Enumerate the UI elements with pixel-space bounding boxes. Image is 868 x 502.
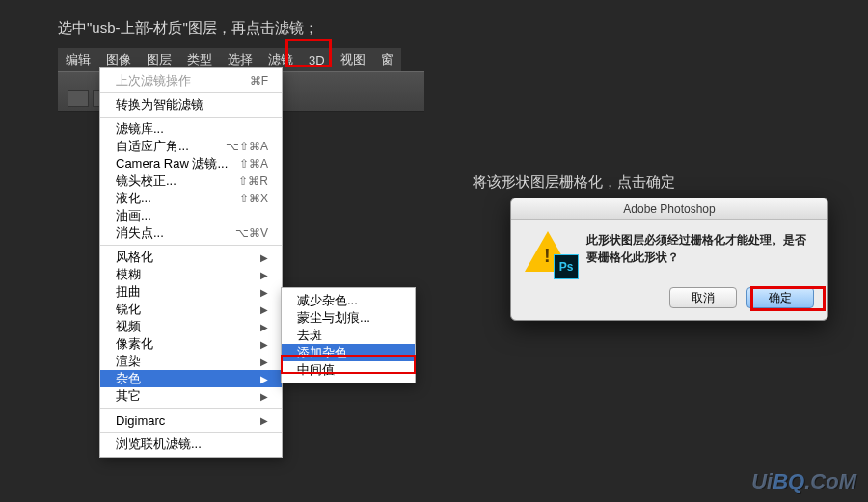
filter-browse-online[interactable]: 浏览联机滤镜... [100,436,282,453]
chevron-right-icon: ▶ [260,357,268,367]
filter-noise[interactable]: 杂色▶ [100,370,282,387]
toolbar-icon[interactable] [68,90,89,107]
filter-blur[interactable]: 模糊▶ [100,266,282,283]
chevron-right-icon: ▶ [260,391,268,402]
noise-despeckle[interactable]: 去斑 [282,327,415,344]
noise-reduce[interactable]: 减少杂色... [282,292,415,309]
filter-adaptive-wide-angle[interactable]: 自适应广角...⌥⇧⌘A [100,138,282,155]
chevron-right-icon: ▶ [260,374,268,384]
filter-render[interactable]: 渲染▶ [100,353,282,370]
chevron-right-icon: ▶ [260,339,268,350]
menu-layer[interactable]: 图层 [139,51,179,68]
separator [100,432,282,433]
photoshop-badge-icon: Ps [554,254,579,279]
filter-other[interactable]: 其它▶ [100,387,282,405]
cancel-button[interactable]: 取消 [669,287,737,308]
instruction-step1: 选中"usb-上部-材质"图层，再点击滤镜； [58,19,318,38]
separator [100,245,282,246]
menu-view[interactable]: 视图 [333,51,373,68]
separator [100,408,282,409]
filter-distort[interactable]: 扭曲▶ [100,283,282,301]
highlight-filter-menu [285,39,332,67]
filter-lens-correction[interactable]: 镜头校正...⇧⌘R [100,172,282,190]
menu-edit[interactable]: 编辑 [58,51,98,68]
filter-digimarc[interactable]: Digimarc▶ [100,411,282,429]
filter-stylize[interactable]: 风格化▶ [100,249,282,266]
filter-sharpen[interactable]: 锐化▶ [100,301,282,318]
filter-pixelate[interactable]: 像素化▶ [100,335,282,353]
watermark: UiBQ.CoM [751,469,856,494]
menu-select[interactable]: 选择 [220,51,260,68]
separator [100,117,282,118]
filter-camera-raw[interactable]: Camera Raw 滤镜...⇧⌘A [100,155,282,172]
filter-last-operation: 上次滤镜操作⌘F [100,72,282,90]
noise-dust-scratches[interactable]: 蒙尘与划痕... [282,309,415,327]
chevron-right-icon: ▶ [260,252,268,263]
warning-icon: ! Ps [525,231,577,277]
instruction-step2: 将该形状图层栅格化，点击确定 [473,173,675,192]
menu-type[interactable]: 类型 [179,51,220,68]
chevron-right-icon: ▶ [260,287,268,298]
chevron-right-icon: ▶ [260,322,268,332]
highlight-ok-button [750,286,826,311]
chevron-right-icon: ▶ [260,270,268,280]
filter-liquify[interactable]: 液化...⇧⌘X [100,190,282,207]
dialog-title: Adobe Photoshop [511,198,827,220]
filter-video[interactable]: 视频▶ [100,318,282,335]
highlight-add-noise [281,355,416,374]
menu-image[interactable]: 图像 [98,51,139,68]
filter-dropdown: 上次滤镜操作⌘F 转换为智能滤镜 滤镜库... 自适应广角...⌥⇧⌘A Cam… [99,67,283,458]
dialog-message: 此形状图层必须经过栅格化才能处理。是否要栅格化此形状？ [586,231,814,277]
chevron-right-icon: ▶ [260,304,268,315]
menu-window[interactable]: 窗 [373,51,401,68]
filter-gallery[interactable]: 滤镜库... [100,120,282,138]
filter-vanishing-point[interactable]: 消失点...⌥⌘V [100,225,282,242]
filter-smart[interactable]: 转换为智能滤镜 [100,96,282,114]
separator [100,92,282,93]
chevron-right-icon: ▶ [260,415,268,426]
filter-oil-paint[interactable]: 油画... [100,207,282,225]
